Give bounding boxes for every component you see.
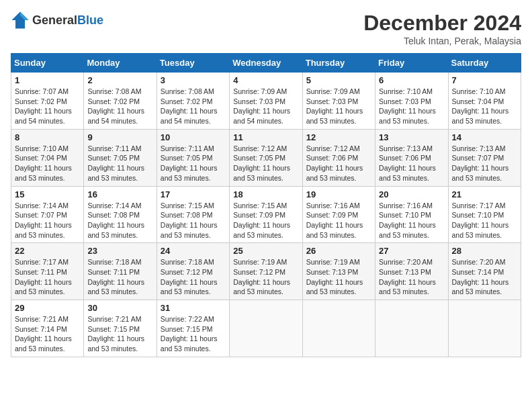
calendar-cell: 16Sunrise: 7:14 AM Sunset: 7:08 PM Dayli… xyxy=(84,186,157,243)
calendar-cell: 4Sunrise: 7:09 AM Sunset: 7:03 PM Daylig… xyxy=(230,73,302,130)
calendar-cell: 25Sunrise: 7:19 AM Sunset: 7:12 PM Dayli… xyxy=(230,243,302,300)
day-number: 6 xyxy=(379,75,444,85)
day-number: 2 xyxy=(87,75,152,85)
day-number: 11 xyxy=(233,132,298,142)
calendar-cell: 24Sunrise: 7:18 AM Sunset: 7:12 PM Dayli… xyxy=(157,243,229,300)
calendar-cell: 8Sunrise: 7:10 AM Sunset: 7:04 PM Daylig… xyxy=(11,129,84,186)
calendar-week-5: 29Sunrise: 7:21 AM Sunset: 7:14 PM Dayli… xyxy=(11,300,521,357)
calendar-body: 1Sunrise: 7:07 AM Sunset: 7:02 PM Daylig… xyxy=(11,73,521,357)
location: Teluk Intan, Perak, Malaysia xyxy=(363,36,521,46)
day-number: 26 xyxy=(306,246,371,256)
calendar-header-sunday: Sunday xyxy=(11,54,84,73)
calendar-table: SundayMondayTuesdayWednesdayThursdayFrid… xyxy=(11,53,521,357)
day-number: 22 xyxy=(15,246,80,256)
day-number: 29 xyxy=(15,303,80,313)
day-detail: Sunrise: 7:10 AM Sunset: 7:03 PM Dayligh… xyxy=(379,87,444,126)
calendar-cell xyxy=(302,300,375,357)
day-detail: Sunrise: 7:10 AM Sunset: 7:04 PM Dayligh… xyxy=(15,144,80,183)
day-number: 15 xyxy=(15,189,80,199)
day-detail: Sunrise: 7:11 AM Sunset: 7:05 PM Dayligh… xyxy=(87,144,152,183)
calendar-header-thursday: Thursday xyxy=(302,54,375,73)
day-detail: Sunrise: 7:10 AM Sunset: 7:04 PM Dayligh… xyxy=(452,87,517,126)
calendar-week-1: 1Sunrise: 7:07 AM Sunset: 7:02 PM Daylig… xyxy=(11,73,521,130)
page-header: GeneralBlue December 2024 Teluk Intan, P… xyxy=(11,11,521,46)
day-number: 31 xyxy=(161,303,226,313)
day-number: 25 xyxy=(233,246,298,256)
calendar-cell: 28Sunrise: 7:20 AM Sunset: 7:14 PM Dayli… xyxy=(448,243,521,300)
day-detail: Sunrise: 7:18 AM Sunset: 7:11 PM Dayligh… xyxy=(87,257,152,297)
calendar-cell: 18Sunrise: 7:15 AM Sunset: 7:09 PM Dayli… xyxy=(230,186,302,243)
day-number: 14 xyxy=(452,132,517,142)
calendar-week-3: 15Sunrise: 7:14 AM Sunset: 7:07 PM Dayli… xyxy=(11,186,521,243)
calendar-cell: 19Sunrise: 7:16 AM Sunset: 7:09 PM Dayli… xyxy=(302,186,375,243)
day-number: 24 xyxy=(161,246,226,256)
day-detail: Sunrise: 7:22 AM Sunset: 7:15 PM Dayligh… xyxy=(161,314,226,354)
calendar-cell: 31Sunrise: 7:22 AM Sunset: 7:15 PM Dayli… xyxy=(157,300,229,357)
calendar-cell: 3Sunrise: 7:08 AM Sunset: 7:02 PM Daylig… xyxy=(157,73,229,130)
calendar-cell: 27Sunrise: 7:20 AM Sunset: 7:13 PM Dayli… xyxy=(375,243,448,300)
day-number: 5 xyxy=(306,75,371,85)
calendar-cell: 15Sunrise: 7:14 AM Sunset: 7:07 PM Dayli… xyxy=(11,186,84,243)
day-detail: Sunrise: 7:21 AM Sunset: 7:14 PM Dayligh… xyxy=(15,314,80,354)
calendar-week-4: 22Sunrise: 7:17 AM Sunset: 7:11 PM Dayli… xyxy=(11,243,521,300)
day-number: 1 xyxy=(15,75,80,85)
day-number: 16 xyxy=(87,189,152,199)
day-detail: Sunrise: 7:08 AM Sunset: 7:02 PM Dayligh… xyxy=(161,87,226,126)
day-number: 4 xyxy=(233,75,298,85)
logo-icon xyxy=(11,11,30,30)
day-detail: Sunrise: 7:21 AM Sunset: 7:15 PM Dayligh… xyxy=(87,314,152,354)
day-number: 9 xyxy=(87,132,152,142)
day-detail: Sunrise: 7:13 AM Sunset: 7:07 PM Dayligh… xyxy=(452,144,517,183)
day-number: 10 xyxy=(161,132,226,142)
calendar-header-monday: Monday xyxy=(84,54,157,73)
day-detail: Sunrise: 7:19 AM Sunset: 7:13 PM Dayligh… xyxy=(306,257,371,297)
day-detail: Sunrise: 7:09 AM Sunset: 7:03 PM Dayligh… xyxy=(306,87,371,126)
day-detail: Sunrise: 7:20 AM Sunset: 7:14 PM Dayligh… xyxy=(452,257,517,297)
calendar-cell: 5Sunrise: 7:09 AM Sunset: 7:03 PM Daylig… xyxy=(302,73,375,130)
calendar-week-2: 8Sunrise: 7:10 AM Sunset: 7:04 PM Daylig… xyxy=(11,129,521,186)
calendar-header-row: SundayMondayTuesdayWednesdayThursdayFrid… xyxy=(11,54,521,73)
calendar-header-friday: Friday xyxy=(375,54,448,73)
month-year: December 2024 xyxy=(363,11,521,36)
calendar-cell: 21Sunrise: 7:17 AM Sunset: 7:10 PM Dayli… xyxy=(448,186,521,243)
calendar-cell: 10Sunrise: 7:11 AM Sunset: 7:05 PM Dayli… xyxy=(157,129,229,186)
calendar-cell: 1Sunrise: 7:07 AM Sunset: 7:02 PM Daylig… xyxy=(11,73,84,130)
calendar-cell: 12Sunrise: 7:12 AM Sunset: 7:06 PM Dayli… xyxy=(302,129,375,186)
calendar-cell: 20Sunrise: 7:16 AM Sunset: 7:10 PM Dayli… xyxy=(375,186,448,243)
calendar-cell: 29Sunrise: 7:21 AM Sunset: 7:14 PM Dayli… xyxy=(11,300,84,357)
calendar-cell: 30Sunrise: 7:21 AM Sunset: 7:15 PM Dayli… xyxy=(84,300,157,357)
day-detail: Sunrise: 7:12 AM Sunset: 7:06 PM Dayligh… xyxy=(306,144,371,183)
day-detail: Sunrise: 7:12 AM Sunset: 7:05 PM Dayligh… xyxy=(233,144,298,183)
day-detail: Sunrise: 7:07 AM Sunset: 7:02 PM Dayligh… xyxy=(15,87,80,126)
day-detail: Sunrise: 7:14 AM Sunset: 7:07 PM Dayligh… xyxy=(15,201,80,240)
day-number: 19 xyxy=(306,189,371,199)
day-number: 30 xyxy=(87,303,152,313)
day-detail: Sunrise: 7:16 AM Sunset: 7:09 PM Dayligh… xyxy=(306,201,371,240)
calendar-cell: 17Sunrise: 7:15 AM Sunset: 7:08 PM Dayli… xyxy=(157,186,229,243)
title-block: December 2024 Teluk Intan, Perak, Malays… xyxy=(363,11,521,46)
calendar-header-wednesday: Wednesday xyxy=(230,54,302,73)
day-number: 27 xyxy=(379,246,444,256)
day-detail: Sunrise: 7:16 AM Sunset: 7:10 PM Dayligh… xyxy=(379,201,444,240)
day-number: 3 xyxy=(161,75,226,85)
calendar-cell xyxy=(230,300,302,357)
day-detail: Sunrise: 7:08 AM Sunset: 7:02 PM Dayligh… xyxy=(87,87,152,126)
calendar-cell: 26Sunrise: 7:19 AM Sunset: 7:13 PM Dayli… xyxy=(302,243,375,300)
day-number: 21 xyxy=(452,189,517,199)
day-detail: Sunrise: 7:17 AM Sunset: 7:11 PM Dayligh… xyxy=(15,257,80,297)
day-number: 13 xyxy=(379,132,444,142)
calendar-cell: 9Sunrise: 7:11 AM Sunset: 7:05 PM Daylig… xyxy=(84,129,157,186)
day-detail: Sunrise: 7:13 AM Sunset: 7:06 PM Dayligh… xyxy=(379,144,444,183)
day-detail: Sunrise: 7:20 AM Sunset: 7:13 PM Dayligh… xyxy=(379,257,444,297)
day-number: 23 xyxy=(87,246,152,256)
calendar-header-saturday: Saturday xyxy=(448,54,521,73)
day-detail: Sunrise: 7:09 AM Sunset: 7:03 PM Dayligh… xyxy=(233,87,298,126)
calendar-cell: 22Sunrise: 7:17 AM Sunset: 7:11 PM Dayli… xyxy=(11,243,84,300)
calendar-cell xyxy=(375,300,448,357)
calendar-header-tuesday: Tuesday xyxy=(157,54,229,73)
calendar-cell: 11Sunrise: 7:12 AM Sunset: 7:05 PM Dayli… xyxy=(230,129,302,186)
calendar-cell: 7Sunrise: 7:10 AM Sunset: 7:04 PM Daylig… xyxy=(448,73,521,130)
calendar-cell xyxy=(448,300,521,357)
calendar-cell: 6Sunrise: 7:10 AM Sunset: 7:03 PM Daylig… xyxy=(375,73,448,130)
day-detail: Sunrise: 7:19 AM Sunset: 7:12 PM Dayligh… xyxy=(233,257,298,297)
